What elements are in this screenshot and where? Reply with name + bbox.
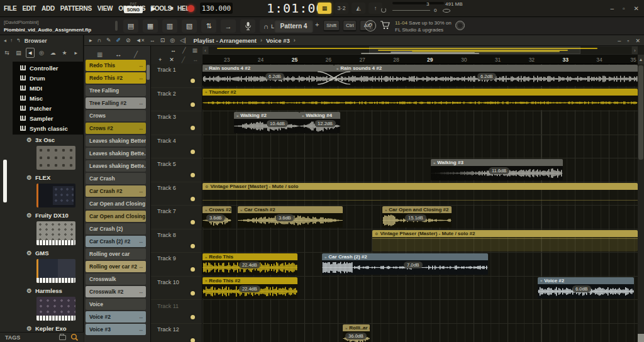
picker-clip[interactable]: Tree Falling <box>86 85 146 96</box>
clip[interactable]: »Walking #311.6dB <box>431 159 563 180</box>
typing-keyboard-icon[interactable]: ▦ <box>318 3 331 14</box>
track-header[interactable]: Track 6 <box>151 182 203 206</box>
picker-clip[interactable]: Crows <box>86 110 146 121</box>
search-icon[interactable] <box>70 333 79 341</box>
clip[interactable]: »Rain sounds 4 #26.2dB <box>203 65 334 86</box>
tempo-display[interactable]: 130.000 <box>200 3 233 14</box>
folder-icon[interactable] <box>59 335 66 340</box>
playlist-icon[interactable]: ▤ <box>123 19 138 33</box>
mixer-icon[interactable]: ▧ <box>182 19 197 33</box>
clip[interactable]: »Rain sounds 4 #26.2dB <box>334 65 638 86</box>
plugin-thumbnail[interactable] <box>36 297 75 321</box>
picker-clip[interactable]: Rolling over car #2↔ <box>86 261 146 272</box>
track-lane[interactable]: »Redo This22.4dB»Car Crash (2) #27.0dB <box>203 253 638 277</box>
track-header[interactable]: Track 8 <box>151 229 203 253</box>
clip[interactable]: »Walking #210.4dB <box>234 112 299 133</box>
timeline-bar-26[interactable]: 26 <box>326 57 331 63</box>
track-header[interactable]: Track 11 <box>151 301 203 324</box>
clip[interactable]: »Car Crash #23.6dB <box>238 206 343 228</box>
precount-icon[interactable]: 3·2 <box>335 3 348 14</box>
track-lane[interactable] <box>203 135 638 159</box>
track-mute-dot[interactable] <box>191 267 195 272</box>
track-header[interactable]: Track 12 <box>151 324 203 342</box>
stretch-mode-icon[interactable]: ↔ <box>170 47 176 53</box>
playlist-maximize-button[interactable]: ▫ <box>627 38 629 44</box>
audio-clips-tab[interactable]: ↔ <box>115 51 121 58</box>
track-header[interactable]: Track 10 <box>151 277 203 301</box>
stretch-tool-icon[interactable]: ↔ <box>150 37 155 43</box>
timeline-bar-33[interactable]: 33 <box>563 57 569 63</box>
paint-brush-icon[interactable]: ✐ <box>116 37 121 43</box>
timeline-bar-23[interactable]: 23 <box>224 57 230 63</box>
select-tool-icon[interactable]: ⊡ <box>160 37 165 43</box>
timeline-bar-35[interactable]: 35 <box>630 57 636 63</box>
minimap-viewport[interactable] <box>369 47 580 54</box>
piano-roll-icon[interactable]: ▥ <box>162 19 177 33</box>
menu-view[interactable]: VIEW <box>97 5 113 12</box>
scroll-up-icon[interactable]: ▲ <box>638 55 644 64</box>
track-mute-dot[interactable] <box>191 102 195 107</box>
track-header[interactable]: Track 4 <box>151 135 203 159</box>
clip[interactable]: »Walking #412.2dB <box>299 112 340 133</box>
track-lane[interactable] <box>203 301 638 324</box>
step-arrow-icon[interactable]: → <box>221 19 236 33</box>
minimize-button[interactable]: – <box>611 5 614 12</box>
add-track-icon[interactable]: + <box>158 57 162 63</box>
picker-clip[interactable]: Tree Falling #2↔ <box>86 97 146 109</box>
browser-plugin[interactable]: ⚙Fruity DX10 <box>13 210 84 221</box>
faders-icon[interactable]: ⇅ <box>201 19 216 33</box>
picker-clip[interactable]: Rolling over car <box>86 248 146 260</box>
minimap-left-arrow-icon[interactable]: ‹ <box>203 47 208 54</box>
cart-icon[interactable] <box>380 21 390 32</box>
more-tabs-icon[interactable]: ▸ <box>72 48 80 58</box>
menu-patterns[interactable]: PATTERNS <box>60 5 92 12</box>
browser-plugin[interactable]: ⚙Harmless <box>13 285 84 296</box>
channel-rack-icon[interactable]: ▦ <box>143 19 158 33</box>
slope-mode-icon[interactable]: ╱ <box>182 47 186 53</box>
playlist-minimize-button[interactable]: – <box>618 38 621 44</box>
track-mute-dot[interactable] <box>191 150 195 154</box>
playlist-close-button[interactable]: ✕ <box>635 38 640 44</box>
picker-clip[interactable]: Voice #2↔ <box>86 311 146 323</box>
timeline-bar-25[interactable]: 25 <box>292 57 297 63</box>
track-mute-dot[interactable] <box>191 291 195 295</box>
mute-tool-icon[interactable]: ◄× <box>136 37 145 43</box>
browser-folder[interactable]: Patcher <box>13 103 84 113</box>
plugin-thumbnail[interactable] <box>36 184 75 207</box>
picker-clip[interactable]: Car Crash <box>86 173 146 184</box>
plugin-thumbnail[interactable] <box>36 146 75 170</box>
globe-icon[interactable] <box>455 21 465 30</box>
picker-clip[interactable]: Voice <box>86 299 146 310</box>
track-header[interactable]: Track 3 <box>151 111 203 135</box>
browser-folder[interactable]: Synth classic <box>13 123 84 133</box>
track-lane[interactable]: ⚙Vintage Phaser (Master) - Mute / solo #… <box>203 229 638 253</box>
browser-folder[interactable]: Misc <box>13 93 84 103</box>
pat-song-toggle[interactable]: PAT SONG <box>124 2 143 13</box>
favorites-tab-icon[interactable]: ★ <box>60 48 69 58</box>
record-button[interactable] <box>183 3 198 14</box>
track-lane[interactable]: »Walking #210.4dB»Walking #412.2dB <box>203 111 638 135</box>
playlist-breadcrumb[interactable]: Voice #3 <box>266 37 290 44</box>
sounds-tab-icon[interactable]: ◄ <box>26 48 35 58</box>
track-header[interactable]: Track 7 <box>151 206 203 229</box>
clip[interactable]: ⚙Vintage Phaser (Master) - Mute / solo #… <box>372 230 638 251</box>
picker-clip[interactable]: Car Crash (2) <box>86 223 146 234</box>
picker-clip[interactable]: Car Open and Closing <box>86 198 146 209</box>
track-mute-dot[interactable] <box>191 220 195 224</box>
picker-clip[interactable]: Voice #3↔ <box>86 324 146 335</box>
key-shift[interactable]: Shift <box>323 20 340 31</box>
track-lane[interactable]: »Thunder #2 <box>203 88 638 112</box>
pattern-clips-tab[interactable]: ▦ <box>97 51 103 58</box>
browser-scrollbar[interactable] <box>3 160 7 202</box>
timeline-bar-34[interactable]: 34 <box>596 57 602 63</box>
cloud-tab-icon[interactable]: ☁ <box>48 48 57 58</box>
picker-clip[interactable]: Redo This↔ <box>86 60 146 71</box>
track-header[interactable]: Track 1 <box>151 64 203 88</box>
track-mute-dot[interactable] <box>191 244 195 248</box>
back-arrow-icon[interactable]: ↰ <box>16 38 21 43</box>
pattern-selector[interactable]: Pattern 4 <box>274 19 313 33</box>
menu-edit[interactable]: EDIT <box>22 5 36 12</box>
picker-scrollbar[interactable] <box>147 65 150 80</box>
files-tab-icon[interactable]: ▤ <box>14 48 23 58</box>
zoom-tool-icon[interactable]: ◎ <box>170 37 175 43</box>
